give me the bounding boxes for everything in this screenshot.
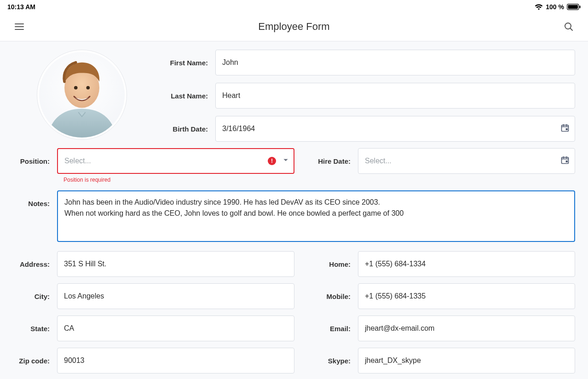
address-input[interactable] <box>57 251 294 277</box>
label-zip: Zip code: <box>13 348 50 373</box>
label-home: Home: <box>309 251 351 277</box>
skype-input[interactable] <box>358 348 575 373</box>
label-mobile: Mobile: <box>309 283 351 309</box>
position-error-message: Position is required <box>63 177 294 183</box>
mobile-phone-input[interactable] <box>358 283 575 309</box>
page-title: Employee Form <box>28 21 560 33</box>
form-page: First Name: Last Name: Birth Date: Posit… <box>0 41 588 379</box>
device-status-bar: 10:13 AM 100 % <box>0 0 588 12</box>
label-email: Email: <box>309 316 351 341</box>
hire-date-input[interactable] <box>358 148 575 174</box>
battery-text: 100 % <box>546 3 564 11</box>
status-right: 100 % <box>535 3 581 11</box>
email-input[interactable] <box>358 316 575 341</box>
hamburger-menu-icon[interactable] <box>11 18 28 35</box>
label-address: Address: <box>13 251 50 277</box>
first-name-input[interactable] <box>215 50 575 75</box>
chevron-down-icon[interactable] <box>282 157 289 165</box>
error-icon: ! <box>268 157 276 165</box>
avatar <box>37 50 127 140</box>
wifi-icon <box>535 4 543 10</box>
battery-icon <box>567 4 581 10</box>
label-birth-date: Birth Date: <box>162 125 208 133</box>
state-input[interactable] <box>57 316 294 341</box>
svg-point-7 <box>74 86 78 90</box>
position-select[interactable] <box>57 148 294 174</box>
svg-rect-1 <box>568 5 578 9</box>
status-time: 10:13 AM <box>7 3 35 11</box>
label-city: City: <box>13 283 50 309</box>
city-input[interactable] <box>57 283 294 309</box>
label-position: Position: <box>13 148 50 174</box>
svg-point-8 <box>86 86 90 90</box>
label-skype: Skype: <box>309 348 351 373</box>
label-state: State: <box>13 316 50 341</box>
search-icon[interactable] <box>560 18 577 35</box>
zip-input[interactable] <box>57 348 294 373</box>
home-phone-input[interactable] <box>358 251 575 277</box>
label-notes: Notes: <box>13 190 50 216</box>
label-last-name: Last Name: <box>162 92 208 100</box>
label-hire-date: Hire Date: <box>309 148 351 174</box>
notes-textarea[interactable] <box>57 190 575 242</box>
birth-date-input[interactable] <box>215 116 575 142</box>
svg-rect-2 <box>579 6 580 8</box>
app-bar: Employee Form <box>0 12 588 41</box>
last-name-input[interactable] <box>215 83 575 109</box>
label-first-name: First Name: <box>162 59 208 67</box>
